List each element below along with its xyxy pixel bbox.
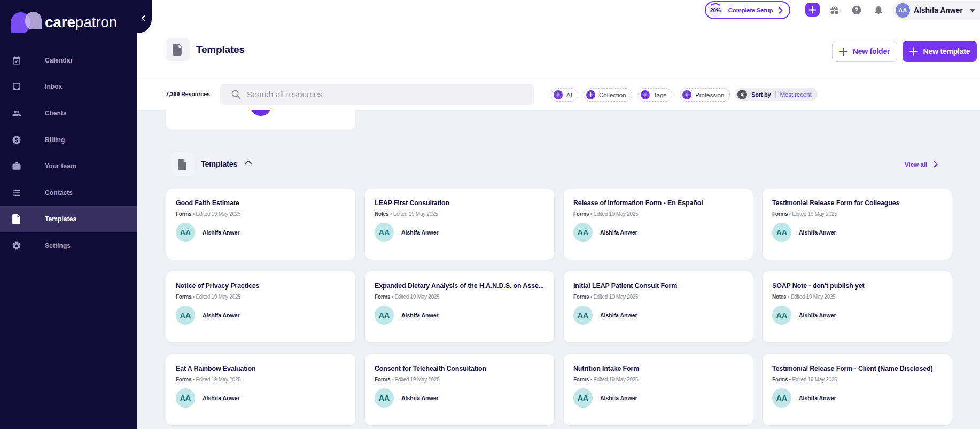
template-card[interactable]: Testimonial Release Form - Client (Name … (763, 354, 952, 425)
card-title: Testimonial Release Form - Client (Name … (772, 363, 942, 374)
card-title: Eat A Rainbow Evaluation (176, 363, 346, 374)
sidebar-item-label: Inbox (45, 83, 63, 90)
card-title: Initial LEAP Patient Consult Form (573, 280, 743, 291)
sidebar-item-clients[interactable]: Clients (0, 100, 137, 127)
main: 20% Complete Setup AA Alshifa Anwer (137, 0, 980, 429)
filter-pill-tags[interactable]: Tags (638, 88, 672, 102)
sort-value[interactable]: Most recent (780, 91, 812, 98)
setup-label: Complete Setup (728, 7, 773, 13)
chevron-right-icon (779, 7, 783, 14)
template-card[interactable]: Notice of Privacy Practices Forms • Edit… (166, 271, 355, 342)
owner-name: Alshifa Anwer (799, 395, 836, 401)
document-icon (173, 44, 183, 56)
calendar-icon (12, 56, 21, 65)
topbar-separator (798, 4, 798, 17)
view-all-link[interactable]: View all (905, 161, 938, 168)
templates-icon (12, 214, 21, 224)
template-card[interactable]: Testimonial Release Form for Colleagues … (763, 189, 952, 260)
clear-sort-icon[interactable] (737, 90, 747, 99)
template-card[interactable]: Release of Information Form - En Español… (564, 189, 753, 260)
gifts-button[interactable] (828, 4, 840, 16)
card-title: Notice of Privacy Practices (176, 280, 346, 291)
user-avatar: AA (896, 3, 910, 18)
template-card[interactable]: Nutrition Intake Form Forms • Edited 19 … (564, 354, 753, 425)
template-card[interactable]: Good Faith Estimate Forms • Edited 19 Ma… (166, 189, 355, 260)
template-card[interactable]: SOAP Note - don't publish yet Notes • Ed… (763, 271, 952, 342)
card-meta: Forms • Edited 19 May 2025 (772, 210, 942, 219)
team-icon (12, 161, 21, 171)
gift-icon (829, 5, 839, 15)
card-title: Release of Information Form - En Español (573, 198, 743, 208)
owner-name: Alshifa Anwer (600, 229, 637, 236)
card-title: LEAP First Consultation (375, 198, 545, 208)
filter-pill-profession[interactable]: Profession (680, 88, 730, 102)
card-meta: Forms • Edited 19 May 2025 (176, 376, 346, 384)
template-card[interactable]: Consent for Telehealth Consultation Form… (365, 354, 554, 425)
card-meta: Notes • Edited 19 May 2025 (375, 210, 545, 219)
template-card[interactable]: Expanded Dietary Analysis of the H.A.N.D… (365, 271, 554, 342)
user-menu[interactable]: AA Alshifa Anwer (893, 1, 980, 20)
help-button[interactable] (851, 4, 862, 16)
owner-avatar: AA (375, 388, 394, 408)
filter-pill-ai[interactable]: AI (551, 88, 578, 102)
card-edited: Edited 19 May 2025 (196, 211, 240, 217)
collapse-section-button[interactable] (245, 160, 252, 165)
card-type: Forms (375, 377, 390, 383)
owner-name: Alshifa Anwer (401, 229, 439, 236)
card-edited: Edited 19 May 2025 (593, 377, 638, 383)
sidebar-item-templates[interactable]: Templates (0, 206, 137, 233)
search-box (220, 84, 534, 105)
filter-pill-collection[interactable]: Collection (584, 88, 632, 102)
sidebar-item-your-team[interactable]: Your team (0, 153, 137, 180)
notifications-button[interactable] (873, 4, 884, 16)
template-card[interactable]: Eat A Rainbow Evaluation Forms • Edited … (166, 354, 355, 425)
template-card[interactable]: LEAP First Consultation Notes • Edited 1… (365, 189, 554, 260)
progress-arc-icon (707, 2, 724, 18)
card-title: Good Faith Estimate (176, 198, 346, 208)
filter-label: Tags (654, 92, 666, 98)
card-owner: AA Alshifa Anwer (176, 388, 346, 408)
user-name: Alshifa Anwer (914, 6, 963, 14)
card-type: Forms (573, 294, 589, 300)
card-type: Forms (176, 294, 191, 300)
new-folder-button[interactable]: New folder (832, 41, 897, 62)
sidebar-item-label: Billing (45, 136, 65, 144)
complete-setup-button[interactable]: 20% Complete Setup (705, 1, 790, 19)
sidebar-item-label: Templates (45, 215, 76, 223)
inbox-icon (12, 82, 21, 91)
template-card[interactable]: Initial LEAP Patient Consult Form Forms … (564, 271, 753, 342)
owner-name: Alshifa Anwer (799, 229, 836, 236)
sidebar-item-label: Your team (45, 162, 76, 170)
card-title: Expanded Dietary Analysis of the H.A.N.D… (375, 280, 545, 291)
quick-add-button[interactable] (805, 3, 820, 17)
owner-name: Alshifa Anwer (203, 312, 240, 318)
settings-icon (12, 241, 21, 251)
owner-avatar: AA (573, 223, 593, 242)
card-edited: Edited 19 May 2025 (792, 377, 837, 383)
card-meta: Forms • Edited 19 May 2025 (573, 293, 743, 301)
sidebar-item-contacts[interactable]: Contacts (0, 180, 137, 206)
owner-name: Alshifa Anwer (600, 395, 637, 401)
owner-name: Alshifa Anwer (600, 312, 637, 318)
card-title: Consent for Telehealth Consultation (375, 363, 545, 374)
card-owner: AA Alshifa Anwer (573, 306, 743, 325)
new-template-button[interactable]: New template (903, 41, 977, 62)
sidebar-item-billing[interactable]: Billing (0, 127, 137, 153)
card-type: Notes (772, 294, 786, 300)
card-edited: Edited 19 May 2025 (393, 211, 438, 217)
card-meta: Forms • Edited 19 May 2025 (573, 376, 743, 384)
search-input[interactable] (247, 90, 525, 99)
sidebar-item-calendar[interactable]: Calendar (0, 47, 137, 74)
sidebar-item-label: Clients (45, 110, 67, 117)
owner-avatar: AA (772, 388, 791, 408)
plus-icon (641, 90, 650, 99)
view-all-label: View all (905, 161, 927, 168)
sort-pill[interactable]: Sort by Most recent (735, 88, 818, 101)
carepatron-logo: carepatron (0, 11, 137, 34)
sidebar-collapse-button[interactable] (137, 13, 149, 25)
card-title: Testimonial Release Form for Colleagues (772, 198, 942, 208)
sidebar-item-inbox[interactable]: Inbox (0, 74, 137, 100)
sidebar-item-settings[interactable]: Settings (0, 232, 137, 259)
partial-card[interactable] (166, 110, 355, 130)
card-owner: AA Alshifa Anwer (375, 306, 545, 325)
